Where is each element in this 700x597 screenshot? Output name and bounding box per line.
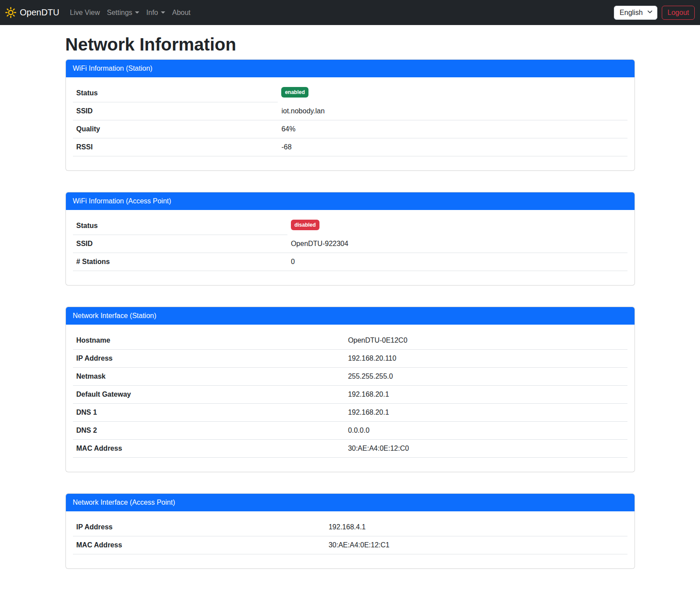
navbar: OpenDTU Live View Settings Info About En…: [0, 0, 700, 25]
nav-item-about[interactable]: About: [169, 5, 194, 20]
nav-links: Live View Settings Info About: [66, 5, 194, 20]
card-header: Network Interface (Station): [66, 307, 635, 325]
page-title: Network Information: [65, 34, 635, 55]
nav-item-settings[interactable]: Settings: [103, 5, 143, 20]
logout-button[interactable]: Logout: [662, 6, 695, 20]
nav-item-info[interactable]: Info: [143, 5, 169, 20]
row-value: OpenDTU-0E12C0: [345, 332, 627, 350]
table-row: Status enabled: [73, 84, 627, 102]
row-value: 192.168.4.1: [325, 518, 627, 536]
info-card: WiFi Information (Access Point) Status d…: [65, 192, 635, 286]
brand-link[interactable]: OpenDTU: [5, 7, 59, 18]
info-table: Status disabled SSID OpenDTU-922304 # St…: [73, 217, 627, 271]
row-value: 255.255.255.0: [345, 368, 627, 386]
row-value: 192.168.20.1: [345, 386, 627, 404]
table-row: MAC Address 30:AE:A4:0E:12:C1: [73, 536, 627, 554]
card-header: WiFi Information (Access Point): [66, 192, 635, 210]
row-value: iot.nobody.lan: [278, 102, 627, 120]
row-label: Default Gateway: [73, 386, 345, 404]
row-value: 30:AE:A4:0E:12:C1: [325, 536, 627, 554]
row-value: 0.0.0.0: [345, 422, 627, 440]
table-row: Netmask 255.255.255.0: [73, 368, 627, 386]
row-label: Status: [73, 84, 278, 102]
row-label: # Stations: [73, 253, 287, 271]
row-label: Hostname: [73, 332, 345, 350]
brand-label: OpenDTU: [20, 7, 59, 18]
row-label: Netmask: [73, 368, 345, 386]
row-value: OpenDTU-922304: [287, 235, 627, 253]
card-header: Network Interface (Access Point): [66, 494, 635, 511]
row-label: Quality: [73, 120, 278, 138]
status-badge: enabled: [281, 87, 308, 98]
card-body: Hostname OpenDTU-0E12C0 IP Address 192.1…: [66, 325, 635, 472]
nav-item-label: Info: [146, 9, 158, 17]
nav-item-label: About: [172, 9, 191, 17]
row-value: disabled: [287, 217, 627, 235]
row-label: IP Address: [73, 518, 325, 536]
table-row: RSSI -68: [73, 138, 627, 156]
row-value: 64%: [278, 120, 627, 138]
row-label: MAC Address: [73, 440, 345, 458]
table-row: # Stations 0: [73, 253, 627, 271]
table-row: SSID iot.nobody.lan: [73, 102, 627, 120]
row-value: 0: [287, 253, 627, 271]
row-value: 192.168.20.1: [345, 404, 627, 422]
nav-item-live-view[interactable]: Live View: [66, 5, 103, 20]
row-label: MAC Address: [73, 536, 325, 554]
table-row: MAC Address 30:AE:A4:0E:12:C0: [73, 440, 627, 458]
row-label: IP Address: [73, 350, 345, 368]
table-row: Status disabled: [73, 217, 627, 235]
table-row: DNS 1 192.168.20.1: [73, 404, 627, 422]
info-card: Network Interface (Station) Hostname Ope…: [65, 307, 635, 472]
cards: WiFi Information (Station) Status enable…: [65, 59, 635, 569]
table-row: DNS 2 0.0.0.0: [73, 422, 627, 440]
nav-item-label: Live View: [70, 9, 100, 17]
language-select[interactable]: English: [614, 6, 657, 20]
card-body: IP Address 192.168.4.1 MAC Address 30:AE…: [66, 511, 635, 568]
table-row: IP Address 192.168.4.1: [73, 518, 627, 536]
table-row: Quality 64%: [73, 120, 627, 138]
status-badge: disabled: [291, 220, 319, 230]
chevron-down-icon: [135, 11, 139, 14]
navbar-left: OpenDTU Live View Settings Info About: [5, 5, 194, 20]
table-row: SSID OpenDTU-922304: [73, 235, 627, 253]
row-label: DNS 1: [73, 404, 345, 422]
info-table: IP Address 192.168.4.1 MAC Address 30:AE…: [73, 518, 627, 554]
row-label: Status: [73, 217, 287, 235]
nav-item-label: Settings: [107, 9, 132, 17]
table-row: Hostname OpenDTU-0E12C0: [73, 332, 627, 350]
card-body: Status enabled SSID iot.nobody.lan Quali…: [66, 77, 635, 170]
row-value: -68: [278, 138, 627, 156]
info-table: Status enabled SSID iot.nobody.lan Quali…: [73, 84, 627, 156]
row-label: RSSI: [73, 138, 278, 156]
table-row: Default Gateway 192.168.20.1: [73, 386, 627, 404]
language-select-wrap: English: [614, 6, 657, 20]
info-card: Network Interface (Access Point) IP Addr…: [65, 493, 635, 569]
row-label: SSID: [73, 235, 287, 253]
info-table: Hostname OpenDTU-0E12C0 IP Address 192.1…: [73, 332, 627, 458]
table-row: IP Address 192.168.20.110: [73, 350, 627, 368]
row-value: enabled: [278, 84, 627, 102]
card-header: WiFi Information (Station): [66, 60, 635, 77]
navbar-right: English Logout: [614, 6, 695, 20]
card-body: Status disabled SSID OpenDTU-922304 # St…: [66, 210, 635, 285]
chevron-down-icon: [161, 11, 165, 14]
row-label: SSID: [73, 102, 278, 120]
row-value: 192.168.20.110: [345, 350, 627, 368]
row-label: DNS 2: [73, 422, 345, 440]
info-card: WiFi Information (Station) Status enable…: [65, 59, 635, 171]
sun-icon: [5, 7, 16, 18]
row-value: 30:AE:A4:0E:12:C0: [345, 440, 627, 458]
main-content: Network Information WiFi Information (St…: [60, 25, 640, 569]
